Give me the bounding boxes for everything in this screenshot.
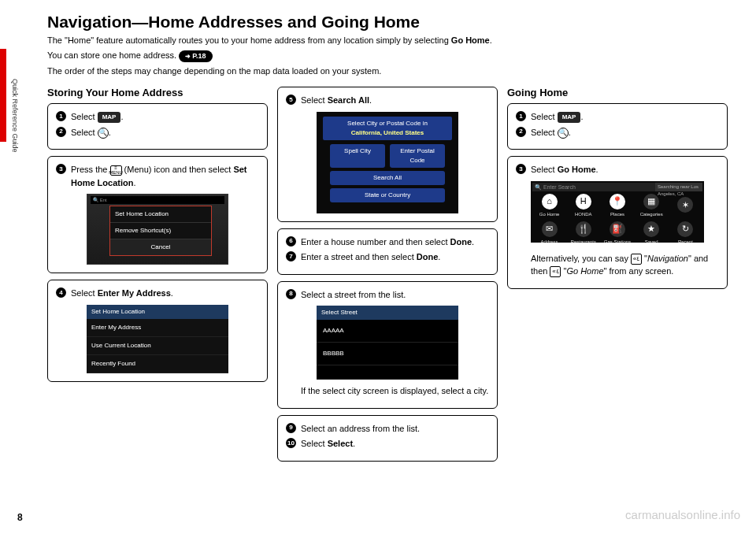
side-section-label: Quick Reference Guide	[11, 79, 19, 153]
step-num-2: 2	[56, 127, 66, 137]
ic-honda: HHONDA	[568, 194, 598, 218]
opt-current-location: Use Current Location	[87, 337, 228, 355]
step-4: 4 Select Enter My Address.	[56, 287, 259, 300]
gh-step-1: 1 Select MAP.	[516, 110, 719, 124]
card-store-3: 4 Select Enter My Address. Set Home Loca…	[47, 280, 268, 382]
card-store-2: 3 Press the ≡MENU (Menu) icon and then s…	[47, 156, 268, 273]
card-select-street: 8 Select a street from the list. Select …	[277, 281, 498, 409]
gh-num-2: 2	[516, 127, 526, 137]
street-option-a: AAAAA	[317, 320, 458, 343]
street-option-b: BBBBB	[317, 343, 458, 365]
screenshot-set-home-list: Set Home Location Enter My Address Use C…	[87, 305, 228, 373]
step-2: 2 Select 🔍.	[56, 126, 259, 139]
step-num-9: 9	[286, 423, 296, 433]
gh-num-3: 3	[516, 164, 526, 174]
opt-enter-address: Enter My Address	[87, 319, 228, 337]
card-select-address: 9 Select an address from the list. 10 Se…	[277, 415, 498, 462]
step-num-7: 7	[286, 251, 296, 261]
step-8: 8 Select a street from the list.	[286, 288, 489, 302]
menu-opt-remove: Remove Shortcut(s)	[110, 223, 211, 239]
pill-spell-city: Spell City	[330, 144, 385, 168]
intro-line-3: The order of the steps may change depend…	[47, 65, 740, 77]
intro-line-1: The "Home" feature automatically routes …	[47, 35, 740, 46]
step-num-8: 8	[286, 289, 296, 299]
intro-line-2: You can store one home address. P.18	[47, 50, 740, 61]
card-store-1: 1 Select MAP. 2 Select 🔍.	[47, 103, 268, 150]
ic-categories: ▦Categories	[636, 194, 667, 218]
ic-places: 📍Places	[602, 194, 632, 218]
step-7: 7 Enter a street and then select Done.	[286, 250, 489, 264]
step-num-10: 10	[286, 438, 296, 448]
menu-icon: ≡MENU	[110, 165, 122, 176]
card-enter-address: 6 Enter a house number and then select D…	[277, 228, 498, 275]
opt-recently-found: Recently Found	[87, 355, 228, 373]
screenshot-go-home: 🔍 Enter Search Searching near Los Angele…	[531, 181, 704, 243]
step-9: 9 Select an address from the list.	[286, 422, 489, 436]
gh-step-3: 3 Select Go Home.	[516, 163, 719, 176]
step-6: 6 Enter a house number and then select D…	[286, 235, 489, 249]
screenshot-search-all: Select City or Postal Code in California…	[317, 112, 458, 213]
gh-num-1: 1	[516, 111, 526, 121]
menu-opt-set-home: Set Home Location	[110, 206, 211, 223]
heading-going-home: Going Home	[507, 87, 728, 98]
card-search-all: 5 Select Search All. Select City or Post…	[277, 87, 498, 222]
voice-icon-1: «٤	[631, 254, 642, 265]
step-num-1: 1	[56, 111, 66, 121]
gh-step-2: 2 Select 🔍.	[516, 126, 719, 139]
watermark: carmanualsonline.info	[625, 508, 740, 521]
column-going-home: Going Home 1 Select MAP. 2 Select 🔍.	[507, 87, 728, 468]
step-num-4: 4	[56, 287, 66, 298]
map-button-chip: MAP	[98, 112, 121, 123]
column-middle: 5 Select Search All. Select City or Post…	[277, 87, 498, 468]
step-num-3: 3	[56, 164, 66, 174]
street-note: If the select city screen is displayed, …	[286, 384, 489, 398]
search-icon: 🔍	[98, 128, 109, 139]
step-10: 10 Select Select.	[286, 437, 489, 451]
column-storing: Storing Your Home Address 1 Select MAP. …	[47, 87, 268, 468]
page-ref-badge: P.18	[179, 50, 212, 62]
voice-alt-note: Alternatively, you can say «٤ "Navigatio…	[516, 249, 719, 278]
page-number: 8	[17, 512, 23, 523]
pill-postal-code: Enter Postal Code	[390, 144, 445, 168]
pill-state: State or Country	[330, 188, 445, 202]
card-gohome-1: 1 Select MAP. 2 Select 🔍.	[507, 103, 728, 150]
step-5: 5 Select Search All.	[286, 94, 489, 107]
step-1: 1 Select MAP.	[56, 110, 259, 124]
voice-icon-2: «٤	[550, 266, 561, 277]
ic-restaurants: 🍴Restaurants	[568, 221, 598, 246]
page-title: Navigation—Home Addresses and Going Home	[47, 13, 740, 32]
side-tab	[0, 49, 6, 142]
pill-search-all: Search All	[330, 171, 445, 185]
ic-gas: ⛽Gas Stations	[602, 221, 632, 246]
map-button-chip-2: MAP	[558, 112, 581, 123]
heading-storing: Storing Your Home Address	[47, 87, 268, 98]
card-gohome-2: 3 Select Go Home. 🔍 Enter Search Searchi…	[507, 156, 728, 289]
ic-blank: ✶	[670, 194, 701, 218]
page-content: Navigation—Home Addresses and Going Home…	[47, 13, 740, 468]
screenshot-set-home-menu: 🔍 Ent Set Home Location Remove Shortcut(…	[87, 194, 228, 265]
step-num-6: 6	[286, 236, 296, 247]
step-num-5: 5	[286, 95, 296, 105]
ic-saved: ★Saved	[636, 221, 667, 246]
menu-opt-cancel: Cancel	[110, 239, 211, 255]
ic-go-home: ⌂Go Home	[534, 194, 565, 218]
search-icon-2: 🔍	[558, 128, 569, 139]
ic-address: ✉Address	[534, 221, 565, 246]
screenshot-street-list: Select Street AAAAA BBBBB	[317, 306, 458, 380]
ic-recent: ↻Recent	[670, 221, 701, 246]
step-3: 3 Press the ≡MENU (Menu) icon and then s…	[56, 163, 259, 189]
